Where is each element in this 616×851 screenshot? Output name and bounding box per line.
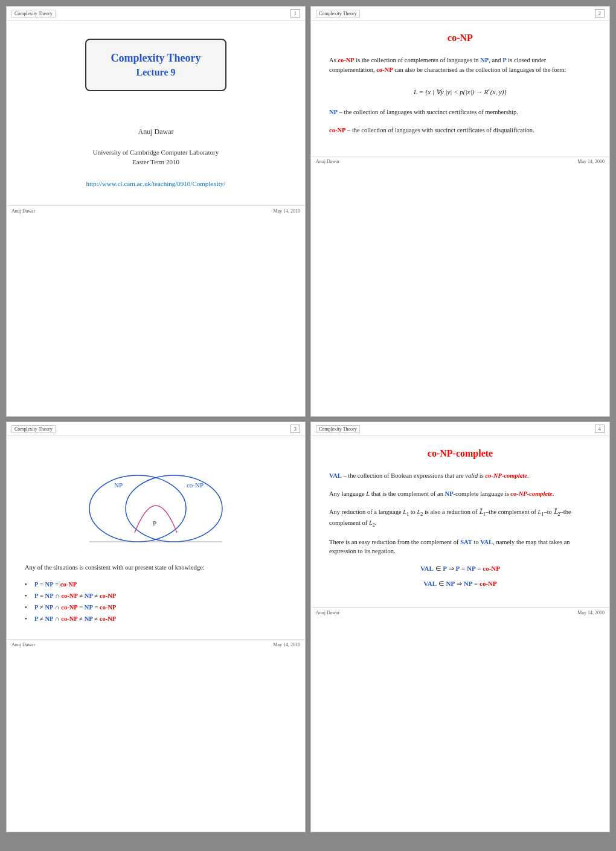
slide-4-body: co-NP-complete VAL – the collection of B… — [311, 436, 609, 607]
slide-2-conp-title: co-NP — [448, 33, 473, 43]
slide-4-math1: VAL ∈ P ⇒ P = NP = co-NP — [329, 565, 591, 573]
slide-1-footer: Anuj Dawar May 14, 2010 — [7, 205, 305, 216]
slide-4-tag: Complexity Theory — [316, 425, 360, 433]
slide-4-np-ref: NP — [445, 490, 454, 497]
slide-2: Complexity Theory 2 co-NP As co-NP is th… — [310, 6, 610, 417]
slide-3-intro: Any of the situations is consistent with… — [25, 563, 287, 573]
slide-1-subtitle: Lecture 9 — [111, 67, 201, 78]
slide-1-footer-left: Anuj Dawar — [11, 208, 35, 214]
slide-2-conp-label: co-NP — [329, 127, 345, 133]
slide-3-footer-left: Anuj Dawar — [11, 642, 35, 647]
slide-2-footer-left: Anuj Dawar — [316, 159, 339, 164]
slide-2-math: L = {x | ∀y |y| < p(|x|) → Rc(x, y)} — [329, 87, 591, 96]
slide-4-val-label: VAL — [329, 472, 342, 479]
slide-4-math2: VAL ∈ NP ⇒ NP = co-NP — [329, 580, 591, 588]
slide-4-conp-ref: co-NP-complete — [510, 490, 552, 497]
slide-1-title-box: Complexity Theory Lecture 9 — [85, 39, 226, 91]
slide-3-footer: Anuj Dawar May 14, 2010 — [7, 639, 305, 650]
slide-4-conp-complete-ref: co-NP-complete — [486, 472, 527, 479]
slide-3-bullet-2: P = NP ∩ co-NP ≠ NP ≠ co-NP — [25, 592, 287, 599]
slide-3-footer-right: May 14, 2010 — [273, 642, 300, 647]
slide-4-para4: There is an easy reduction from the comp… — [329, 538, 591, 557]
slide-4-para3: Any reduction of a language L1 to L2 is … — [329, 507, 591, 529]
slide-1-term: Easter Term 2010 — [132, 158, 179, 165]
slide-2-footer-right: May 14, 2010 — [577, 159, 605, 164]
slide-2-body: co-NP As co-NP is the collection of comp… — [311, 21, 609, 156]
venn-diagram: P NP co-NP — [25, 454, 287, 551]
slide-4-conp-complete-title: co-NP-complete — [428, 448, 493, 458]
slide-4-footer: Anuj Dawar May 14, 2010 — [311, 607, 609, 618]
slide-3-bullet-list: P = NP = co-NP P = NP ∩ co-NP ≠ NP ≠ co-… — [25, 581, 287, 622]
slide-4-footer-left: Anuj Dawar — [316, 610, 339, 615]
slide-1-title: Complexity Theory — [111, 52, 201, 65]
svg-text:co-NP: co-NP — [187, 481, 204, 489]
slide-4-val-desc: VAL – the collection of Boolean expressi… — [329, 471, 591, 481]
slide-2-tag: Complexity Theory — [316, 10, 360, 18]
svg-text:P: P — [153, 519, 156, 527]
slide-1-body: Complexity Theory Lecture 9 Anuj Dawar U… — [7, 21, 305, 205]
slide-1-header: Complexity Theory 1 — [7, 7, 305, 21]
slide-3-bullet-3: P ≠ NP ∩ co-NP = NP = co-NP — [25, 604, 287, 611]
slide-2-header: Complexity Theory 2 — [311, 7, 609, 21]
slide-3-bullet-4: P ≠ NP ∩ co-NP ≠ NP ≠ co-NP — [25, 615, 287, 622]
slide-2-conp-ref1: co-NP — [338, 57, 354, 63]
slide-3: Complexity Theory 3 P NP co-NP — [6, 422, 306, 832]
slide-4-sat-ref: SAT — [460, 539, 472, 545]
slide-1-number: 1 — [290, 9, 301, 18]
slide-4-header: Complexity Theory 4 — [311, 422, 609, 436]
slide-1-institution: University of Cambridge Computer Laborat… — [93, 149, 219, 156]
slide-1-footer-right: May 14, 2010 — [273, 208, 300, 214]
slide-1-author: Anuj Dawar — [138, 127, 174, 136]
slide-2-np-ref1: NP — [480, 57, 489, 63]
slide-4-val-ref: VAL — [480, 539, 493, 545]
slide-3-tag: Complexity Theory — [11, 425, 56, 433]
slide-4-main-title: co-NP-complete — [329, 448, 591, 459]
slide-1-tag: Complexity Theory — [11, 10, 56, 18]
slide-3-body: P NP co-NP Any of the situations is cons… — [7, 436, 305, 639]
slide-2-para1: As co-NP is the collection of complement… — [329, 56, 591, 75]
slide-4-para2: Any language L that is the complement of… — [329, 489, 591, 499]
slide-2-conp-desc: co-NP – the collection of languages with… — [329, 126, 591, 135]
slide-1-link[interactable]: http://www.cl.cam.ac.uk/teaching/0910/Co… — [86, 180, 226, 187]
slide-3-number: 3 — [290, 425, 301, 433]
slide-2-main-title: co-NP — [329, 33, 591, 43]
slide-2-np-desc: NP – the collection of languages with su… — [329, 108, 591, 117]
svg-point-1 — [126, 475, 222, 542]
slide-2-conp-ref2: co-NP — [376, 66, 393, 73]
slide-2-footer: Anuj Dawar May 14, 2010 — [311, 156, 609, 167]
svg-point-0 — [89, 475, 186, 542]
svg-text:NP: NP — [114, 481, 123, 489]
slide-2-number: 2 — [595, 9, 605, 18]
slides-grid: Complexity Theory 1 Complexity Theory Le… — [6, 6, 610, 832]
slide-4-number: 4 — [595, 425, 605, 433]
slide-3-header: Complexity Theory 3 — [7, 422, 305, 436]
slide-2-p-ref1: P — [502, 57, 506, 63]
slide-4-footer-right: May 14, 2010 — [577, 610, 605, 615]
venn-svg: P NP co-NP — [77, 454, 234, 551]
slide-1: Complexity Theory 1 Complexity Theory Le… — [6, 6, 306, 417]
slide-4: Complexity Theory 4 co-NP-complete VAL –… — [310, 422, 610, 832]
slide-3-bullet-1: P = NP = co-NP — [25, 581, 287, 588]
slide-2-np-label: NP — [329, 109, 338, 115]
